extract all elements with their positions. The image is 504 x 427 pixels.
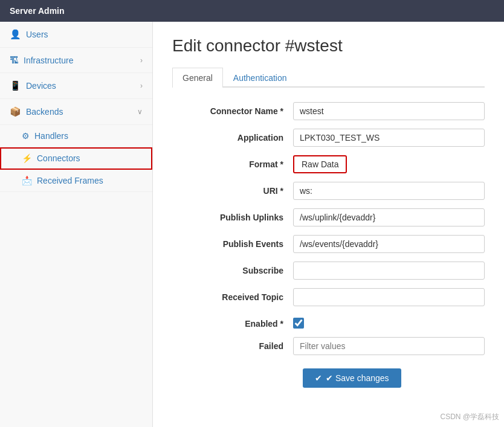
users-icon: 👤 (10, 29, 21, 40)
sidebar-item-users[interactable]: 👤 Users (0, 22, 152, 48)
label-received-topic: Received Topic (172, 288, 293, 302)
input-publish-uplinks[interactable] (293, 208, 485, 226)
sidebar-item-handlers[interactable]: ⚙ Handlers (0, 125, 152, 147)
infrastructure-icon: 🏗 (10, 55, 19, 65)
connector-form: Connector Name * Application Format * Ra… (172, 102, 485, 388)
sidebar-label-infrastructure: Infrastructure (24, 56, 73, 65)
input-failed[interactable] (293, 337, 485, 355)
form-row-publish-uplinks: Publish Uplinks (172, 208, 485, 226)
chevron-right-icon-devices: › (140, 82, 143, 90)
form-row-received-topic: Received Topic (172, 288, 485, 306)
watermark: CSDN @学磊科技 (440, 412, 499, 422)
form-row-subscribe: Subscribe (172, 262, 485, 280)
page-title: Edit connector #wstest (172, 36, 485, 56)
chevron-down-icon-backends: ∨ (137, 108, 143, 116)
label-uri: URI * (172, 182, 293, 196)
sidebar-label-users: Users (26, 30, 48, 39)
input-subscribe[interactable] (293, 262, 485, 280)
main-layout: 👤 Users 🏗 Infrastructure › 📱 Devices › 📦… (0, 22, 504, 427)
save-label: ✔ Save changes (326, 373, 389, 383)
form-row-format: Format * Raw Data (172, 155, 485, 173)
received-frames-icon: 📩 (22, 176, 32, 185)
handlers-icon: ⚙ (22, 131, 30, 141)
label-enabled: Enabled * (172, 315, 293, 329)
sidebar-label-backends: Backends (26, 107, 63, 117)
save-button[interactable]: ✔ ✔ Save changes (303, 368, 401, 388)
label-application: Application (172, 129, 293, 143)
sidebar-item-connectors[interactable]: ⚡ Connectors (0, 147, 152, 170)
chevron-right-icon: › (140, 56, 143, 65)
form-row-application: Application (172, 129, 485, 147)
form-row-save: ✔ ✔ Save changes (172, 364, 485, 388)
top-bar-title: Server Admin (10, 6, 65, 16)
sidebar: 👤 Users 🏗 Infrastructure › 📱 Devices › 📦… (0, 22, 153, 427)
sidebar-label-devices: Devices (26, 81, 56, 91)
label-subscribe: Subscribe (172, 262, 293, 275)
input-connector-name[interactable] (293, 102, 485, 120)
tab-authentication-label: Authentication (233, 73, 287, 83)
sidebar-item-infrastructure[interactable]: 🏗 Infrastructure › (0, 48, 152, 73)
label-format: Format * (172, 155, 293, 169)
connectors-icon: ⚡ (22, 153, 32, 163)
tab-general[interactable]: General (172, 68, 223, 88)
input-application[interactable] (293, 129, 485, 147)
input-received-topic[interactable] (293, 288, 485, 306)
tab-authentication[interactable]: Authentication (223, 68, 297, 88)
label-publish-events: Publish Events (172, 235, 293, 249)
sidebar-label-connectors: Connectors (37, 153, 80, 163)
sidebar-item-devices[interactable]: 📱 Devices › (0, 73, 152, 99)
sidebar-item-received-frames[interactable]: 📩 Received Frames (0, 170, 152, 192)
form-row-uri: URI * (172, 182, 485, 200)
form-row-connector-name: Connector Name * (172, 102, 485, 120)
label-publish-uplinks: Publish Uplinks (172, 208, 293, 222)
save-icon: ✔ (315, 373, 322, 383)
checkbox-wrapper-enabled (293, 315, 304, 329)
sidebar-label-handlers: Handlers (34, 131, 68, 141)
tab-general-label: General (183, 73, 213, 83)
checkbox-enabled[interactable] (293, 318, 304, 329)
main-content: Edit connector #wstest General Authentic… (153, 22, 504, 427)
input-uri[interactable] (293, 182, 485, 200)
form-row-failed: Failed (172, 337, 485, 355)
button-raw-data[interactable]: Raw Data (293, 155, 347, 173)
backends-icon: 📦 (10, 106, 21, 117)
top-bar: Server Admin (0, 0, 504, 22)
form-row-enabled: Enabled * (172, 315, 485, 329)
input-publish-events[interactable] (293, 235, 485, 253)
sidebar-item-backends[interactable]: 📦 Backends ∨ (0, 99, 152, 125)
tabs-bar: General Authentication (172, 68, 485, 88)
form-row-publish-events: Publish Events (172, 235, 485, 253)
label-failed: Failed (172, 337, 293, 351)
devices-icon: 📱 (10, 80, 21, 91)
label-connector-name: Connector Name * (172, 102, 293, 116)
sidebar-label-received-frames: Received Frames (37, 176, 103, 185)
